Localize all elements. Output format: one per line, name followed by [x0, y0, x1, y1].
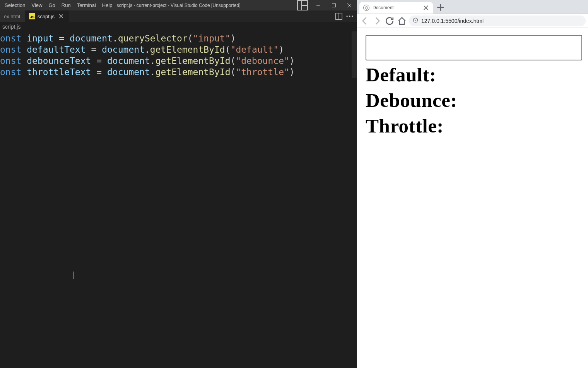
tab-script-js[interactable]: JS script.js [25, 10, 69, 22]
tab-label: ex.html [4, 14, 20, 19]
browser-tab-title: Document [373, 5, 394, 10]
breadcrumb-item: script.js [2, 24, 21, 30]
breadcrumb[interactable]: script.js [0, 22, 357, 31]
tab-close-icon[interactable] [58, 14, 64, 19]
page-content: Default: Debounce: Throttle: [357, 28, 588, 368]
menu-run[interactable]: Run [58, 1, 74, 10]
code-line[interactable]: onst input = document.querySelector("inp… [0, 33, 357, 44]
vscode-titlebar: Selection View Go Run Terminal Help scri… [0, 0, 357, 10]
code-line[interactable]: onst debounceText = document.getElementB… [0, 55, 357, 67]
globe-icon [363, 5, 369, 11]
browser-tab-close-icon[interactable] [423, 5, 429, 11]
window-maximize-icon[interactable] [326, 0, 342, 10]
svg-point-13 [352, 15, 353, 17]
browser-tab[interactable]: Document [359, 2, 433, 14]
tab-index-html[interactable]: ex.html [0, 10, 25, 22]
page-text-input[interactable] [366, 35, 582, 60]
forward-button[interactable] [372, 15, 383, 26]
split-editor-icon[interactable] [335, 12, 343, 21]
throttle-heading: Throttle: [366, 115, 588, 137]
menu-selection[interactable]: Selection [2, 1, 28, 10]
vscode-window: Selection View Go Run Terminal Help scri… [0, 0, 357, 368]
svg-rect-4 [332, 3, 336, 7]
code-editor[interactable]: onst input = document.querySelector("inp… [0, 31, 357, 368]
new-tab-button[interactable] [435, 2, 446, 13]
svg-point-11 [346, 15, 347, 17]
more-actions-icon[interactable] [345, 12, 354, 21]
window-close-icon[interactable] [342, 0, 357, 10]
back-button[interactable] [359, 15, 370, 26]
window-controls [296, 0, 357, 10]
debounce-heading: Debounce: [366, 89, 588, 112]
tab-label: script.js [38, 14, 55, 19]
svg-point-12 [349, 15, 350, 17]
svg-point-23 [415, 19, 415, 19]
js-file-icon: JS [29, 13, 35, 19]
menu-help[interactable]: Help [99, 1, 116, 10]
browser-window: Document 127.0.0.1:5500/index.html [357, 0, 588, 368]
browser-tabbar: Document [357, 0, 588, 14]
code-line[interactable]: onst throttleText = document.getElementB… [0, 67, 357, 78]
site-info-icon[interactable] [413, 17, 418, 24]
text-caret [73, 272, 74, 279]
address-bar-url: 127.0.0.1:5500/index.html [421, 18, 484, 24]
browser-toolbar: 127.0.0.1:5500/index.html [357, 14, 588, 28]
minimap[interactable] [352, 31, 357, 78]
reload-button[interactable] [384, 15, 395, 26]
tab-actions [335, 10, 357, 22]
vscode-menubar: Selection View Go Run Terminal Help [0, 1, 116, 10]
layout-customize-icon[interactable] [296, 0, 309, 10]
window-minimize-icon[interactable] [311, 0, 326, 10]
menu-terminal[interactable]: Terminal [74, 1, 99, 10]
code-line[interactable]: onst defaultText = document.getElementBy… [0, 44, 357, 55]
vscode-window-title: script.js - current-project - Visual Stu… [117, 3, 241, 8]
vscode-tabbar: ex.html JS script.js [0, 10, 357, 22]
home-button[interactable] [397, 15, 407, 26]
default-heading: Default: [366, 64, 588, 86]
menu-view[interactable]: View [28, 1, 45, 10]
address-bar[interactable]: 127.0.0.1:5500/index.html [409, 15, 586, 26]
menu-go[interactable]: Go [45, 1, 58, 10]
